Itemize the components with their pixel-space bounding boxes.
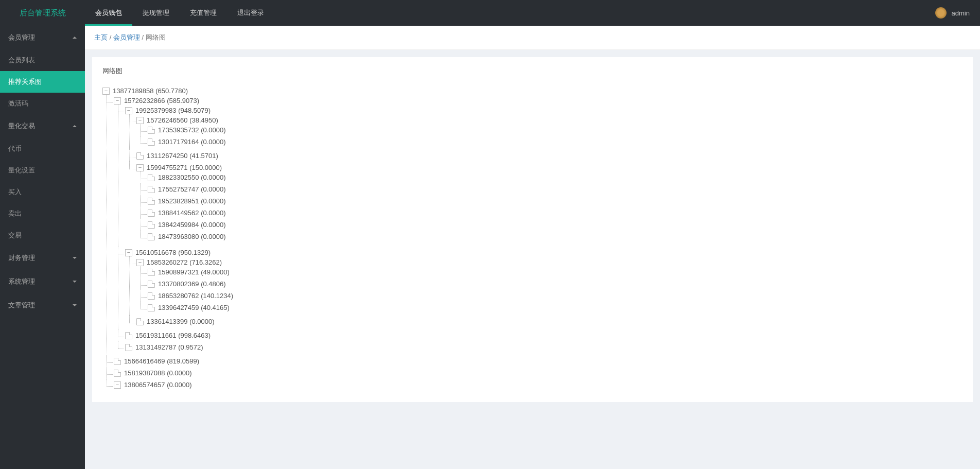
sidebar-item[interactable]: 交易 [0,224,85,246]
tree-node: 18653280762 (140.1234) [148,290,962,302]
tree-node-label[interactable]: 15726232866 (585.9073) [124,97,199,105]
tree-node: 13884149562 (0.0000) [148,207,962,219]
tree-node: 13370802369 (0.4806) [148,278,962,290]
collapse-icon[interactable]: − [102,88,110,95]
main-content: 主页 / 会员管理 / 网络图 网络图 −13877189858 (650.77… [85,26,980,402]
chevron-up-icon [73,125,77,127]
tree-node-label[interactable]: 17552752747 (0.0000) [158,185,226,193]
tree-node: 13396427459 (40.4165) [148,302,962,314]
tree-node-label[interactable]: 18823302550 (0.0000) [158,173,226,181]
navbar-right: admin [935,7,980,19]
sidebar-group[interactable]: 量化交易 [0,114,85,138]
sidebar-item[interactable]: 推荐关系图 [0,71,85,93]
sidebar-group[interactable]: 会员管理 [0,26,85,49]
tree-node-label[interactable]: 15994755271 (150.0000) [147,164,222,171]
collapse-icon[interactable]: − [136,259,144,266]
breadcrumb-current: 网络图 [146,33,166,41]
file-icon [125,344,132,351]
tree-node-label[interactable]: 13131492787 (0.9572) [135,343,203,351]
sidebar: 会员管理会员列表推荐关系图激活码量化交易代币量化设置买入卖出交易财务管理系统管理… [0,26,85,409]
collapse-icon[interactable]: − [136,164,144,171]
collapse-icon[interactable]: − [125,107,132,114]
tree-node-label[interactable]: 15908997321 (49.0000) [158,268,230,276]
tree-node-label[interactable]: 13877189858 (650.7780) [113,87,188,95]
sidebar-item[interactable]: 激活码 [0,93,85,114]
tree-node-label[interactable]: 19523828951 (0.0000) [158,197,226,205]
breadcrumb: 主页 / 会员管理 / 网络图 [85,26,980,50]
file-icon [114,358,121,365]
tree-node-label[interactable]: 13842459984 (0.0000) [158,221,226,229]
tree-node-label[interactable]: 15619311661 (998.6463) [135,332,211,339]
tree-node-label[interactable]: 13017179164 (0.0000) [158,138,226,146]
panel: 网络图 −13877189858 (650.7780)−15726232866 … [92,57,973,402]
sidebar-item[interactable]: 代币 [0,138,85,160]
nav-link[interactable]: 提现管理 [132,0,180,26]
collapse-icon[interactable]: − [125,249,132,256]
tree-node-row: −15853260272 (716.3262) [136,258,962,266]
tree-node-label[interactable]: 13370802369 (0.4806) [158,280,226,288]
tree-node: 15819387088 (0.0000) [114,367,962,379]
nav-link[interactable]: 退出登录 [227,0,274,26]
sidebar-group-label: 财务管理 [8,253,35,263]
tree-node-label[interactable]: 13396427459 (40.4165) [158,304,230,311]
nav-link[interactable]: 会员钱包 [85,0,132,26]
collapse-icon[interactable]: − [136,117,144,124]
sidebar-group[interactable]: 财务管理 [0,246,85,270]
file-icon [125,332,132,339]
tree-node: 19523828951 (0.0000) [148,195,962,207]
tree-node-label[interactable]: 15853260272 (716.3262) [147,258,222,266]
tree-node: 15908997321 (49.0000) [148,266,962,278]
tree-node-row: 13017179164 (0.0000) [148,138,962,146]
sidebar-group-label: 系统管理 [8,277,35,286]
tree-node-row: 18473963080 (0.0000) [148,233,962,240]
top-navbar: 后台管理系统 会员钱包提现管理充值管理退出登录 admin [0,0,980,26]
tree-node-row: 15664616469 (819.0599) [114,357,962,365]
tree-node-label[interactable]: 19925379983 (948.5079) [135,107,211,114]
tree-node-label[interactable]: 13361413399 (0.0000) [147,318,215,325]
tree-node-row: 13842459984 (0.0000) [148,221,962,229]
tree-node-row: 15908997321 (49.0000) [148,268,962,276]
tree-node-label[interactable]: 15610516678 (950.1329) [135,249,211,256]
file-icon [148,210,155,217]
tree-node-label[interactable]: 17353935732 (0.0000) [158,126,226,134]
sidebar-item[interactable]: 会员列表 [0,49,85,71]
breadcrumb-home[interactable]: 主页 [94,33,108,41]
avatar[interactable] [935,7,947,19]
tree-node-row: −15610516678 (950.1329) [125,249,962,256]
tree-node-label[interactable]: 15819387088 (0.0000) [124,369,192,377]
tree-node-label[interactable]: 13806574657 (0.0000) [124,381,192,389]
app-logo: 后台管理系统 [0,8,85,18]
tree-node-label[interactable]: 15664616469 (819.0599) [124,357,199,365]
tree-node: 13112674250 (41.5701) [136,150,962,162]
tree-node-label[interactable]: 15726246560 (38.4950) [147,116,218,124]
nav-link[interactable]: 充值管理 [180,0,227,26]
file-icon [148,127,155,134]
tree-node-row: −13877189858 (650.7780) [102,87,962,95]
chevron-down-icon [73,257,77,259]
tree-node-label[interactable]: 13112674250 (41.5701) [147,152,218,160]
tree-node-label[interactable]: 13884149562 (0.0000) [158,209,226,217]
file-icon [136,318,144,325]
tree-node-label[interactable]: 18473963080 (0.0000) [158,233,226,240]
tree-node: 15664616469 (819.0599) [114,355,962,367]
tree-node: −15994755271 (150.0000)18823302550 (0.00… [136,162,962,245]
collapse-icon[interactable]: − [114,97,121,105]
sidebar-group[interactable]: 系统管理 [0,270,85,293]
sidebar-group[interactable]: 文章管理 [0,293,85,317]
collapse-icon[interactable]: − [114,381,121,389]
tree-node: −13806574657 (0.0000) [114,379,962,391]
tree-node: −19925379983 (948.5079)−15726246560 (38.… [125,105,962,247]
tree-node-row: −15994755271 (150.0000) [136,164,962,171]
tree-node-row: 13396427459 (40.4165) [148,304,962,311]
sidebar-item[interactable]: 买入 [0,181,85,203]
sidebar-item[interactable]: 卖出 [0,203,85,224]
breadcrumb-mid[interactable]: 会员管理 [113,33,140,41]
file-icon [148,269,155,276]
sidebar-item[interactable]: 量化设置 [0,160,85,181]
tree-node: −15726232866 (585.9073)−19925379983 (948… [114,95,962,355]
username[interactable]: admin [952,9,970,17]
chevron-up-icon [73,37,77,39]
sidebar-group-label: 会员管理 [8,33,35,42]
tree-node-row: 13112674250 (41.5701) [136,152,962,160]
tree-node-label[interactable]: 18653280762 (140.1234) [158,292,233,300]
